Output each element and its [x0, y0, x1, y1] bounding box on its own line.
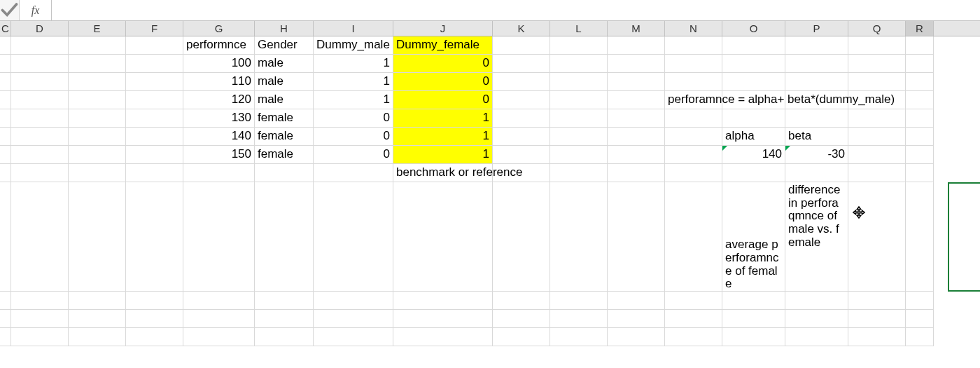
- cell[interactable]: [608, 182, 665, 292]
- cell-beta-label[interactable]: beta: [785, 128, 848, 146]
- cell[interactable]: [11, 36, 69, 55]
- cell[interactable]: [126, 310, 183, 328]
- cell[interactable]: 1: [314, 91, 393, 109]
- cell[interactable]: [722, 310, 785, 328]
- cell-J1[interactable]: Dummy_female: [393, 36, 493, 55]
- cell[interactable]: [126, 73, 183, 91]
- cell[interactable]: [722, 55, 785, 73]
- col-G[interactable]: G: [183, 21, 255, 36]
- cell[interactable]: [665, 292, 722, 310]
- cell[interactable]: 110: [183, 73, 255, 91]
- cell[interactable]: [785, 36, 848, 55]
- cell[interactable]: [665, 164, 722, 182]
- cell[interactable]: [550, 36, 608, 55]
- cell[interactable]: [314, 328, 393, 346]
- cell[interactable]: [0, 128, 11, 146]
- cell[interactable]: [126, 328, 183, 346]
- cell[interactable]: [848, 182, 906, 292]
- cell[interactable]: [665, 109, 722, 128]
- cell[interactable]: [848, 328, 906, 346]
- cell[interactable]: [608, 128, 665, 146]
- cell[interactable]: [126, 128, 183, 146]
- col-R[interactable]: R: [906, 21, 934, 36]
- cell[interactable]: [493, 310, 550, 328]
- cell[interactable]: [665, 73, 722, 91]
- cell[interactable]: [0, 310, 11, 328]
- cell[interactable]: 130: [183, 109, 255, 128]
- cell[interactable]: 0: [393, 73, 493, 91]
- spreadsheet-grid[interactable]: performnce Gender Dummy_male Dummy_femal…: [0, 36, 980, 368]
- cell[interactable]: [393, 182, 493, 292]
- cell[interactable]: [665, 55, 722, 73]
- col-N[interactable]: N: [665, 21, 722, 36]
- cell[interactable]: 100: [183, 55, 255, 73]
- cell[interactable]: [785, 328, 848, 346]
- cell[interactable]: [255, 164, 314, 182]
- cell[interactable]: female: [255, 146, 314, 164]
- cell[interactable]: [183, 310, 255, 328]
- cell[interactable]: [393, 292, 493, 310]
- cell[interactable]: [906, 55, 934, 73]
- cell[interactable]: [906, 109, 934, 128]
- fx-button[interactable]: fx: [20, 0, 52, 20]
- cell[interactable]: [550, 109, 608, 128]
- cell[interactable]: [183, 328, 255, 346]
- cell[interactable]: [906, 328, 934, 346]
- cell[interactable]: [11, 328, 69, 346]
- cell[interactable]: [11, 109, 69, 128]
- cell[interactable]: [314, 310, 393, 328]
- cell[interactable]: [848, 36, 906, 55]
- cell[interactable]: [11, 91, 69, 109]
- cell-G1[interactable]: performnce: [183, 36, 255, 55]
- cell[interactable]: 0: [393, 55, 493, 73]
- cell[interactable]: [906, 292, 934, 310]
- cell[interactable]: [550, 91, 608, 109]
- cell[interactable]: [255, 328, 314, 346]
- cell[interactable]: [126, 36, 183, 55]
- cell[interactable]: [785, 109, 848, 128]
- cell[interactable]: [722, 73, 785, 91]
- cell[interactable]: [848, 128, 906, 146]
- cell[interactable]: [69, 310, 126, 328]
- cell[interactable]: [722, 36, 785, 55]
- cell[interactable]: [550, 328, 608, 346]
- cell[interactable]: [255, 292, 314, 310]
- cell[interactable]: [0, 91, 11, 109]
- cell[interactable]: [0, 292, 11, 310]
- confirm-icon[interactable]: [0, 0, 20, 20]
- cell[interactable]: [608, 36, 665, 55]
- cell[interactable]: [608, 109, 665, 128]
- cell[interactable]: [848, 310, 906, 328]
- col-C[interactable]: C: [0, 21, 11, 36]
- cell[interactable]: female: [255, 128, 314, 146]
- cell[interactable]: [69, 109, 126, 128]
- cell[interactable]: [69, 292, 126, 310]
- cell[interactable]: [11, 164, 69, 182]
- cell[interactable]: [11, 182, 69, 292]
- cell[interactable]: [785, 292, 848, 310]
- cell[interactable]: [848, 292, 906, 310]
- cell[interactable]: [608, 55, 665, 73]
- cell[interactable]: [785, 164, 848, 182]
- cell[interactable]: [608, 146, 665, 164]
- cell[interactable]: [722, 328, 785, 346]
- cell[interactable]: [906, 164, 934, 182]
- cell-formula[interactable]: perforamnce = alpha+ beta*(dummy_male): [665, 91, 722, 109]
- cell[interactable]: [493, 292, 550, 310]
- col-I[interactable]: I: [314, 21, 393, 36]
- cell[interactable]: [785, 55, 848, 73]
- cell[interactable]: [608, 91, 665, 109]
- formula-input[interactable]: [52, 0, 980, 20]
- cell[interactable]: [0, 182, 11, 292]
- cell[interactable]: [665, 328, 722, 346]
- cell[interactable]: [393, 328, 493, 346]
- cell[interactable]: [126, 146, 183, 164]
- cell[interactable]: [550, 310, 608, 328]
- cell[interactable]: [906, 310, 934, 328]
- cell[interactable]: [906, 36, 934, 55]
- col-O[interactable]: O: [722, 21, 785, 36]
- cell[interactable]: [550, 164, 608, 182]
- cell[interactable]: [665, 182, 722, 292]
- cell-I1[interactable]: Dummy_male: [314, 36, 393, 55]
- cell[interactable]: [550, 292, 608, 310]
